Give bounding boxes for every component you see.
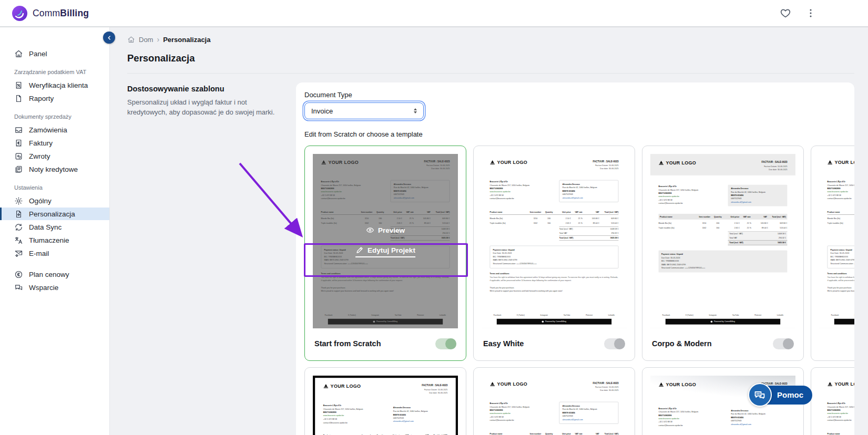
invoice-header: YOUR LOGO FACTUUR : SALE-0023 Factuur Da… <box>650 154 795 175</box>
commbilling-dot-icon <box>542 320 544 323</box>
toggle-knob <box>445 338 456 349</box>
triangle-logo-icon <box>828 160 833 164</box>
template-card-easy-white[interactable]: YOUR LOGO FACTUUR : SALE-0023 Factuur Da… <box>473 146 635 361</box>
brand-logo[interactable]: CommBilling <box>12 5 89 22</box>
invoice-social-links: Facebook X (Twitter) Instagram YouTube P… <box>828 314 854 316</box>
sidebar-collapse-button[interactable] <box>103 32 115 44</box>
invoice-parties: Brasserie L'Épi d'Or Chaussée de Wavre 2… <box>659 185 788 206</box>
home-icon <box>14 49 23 58</box>
col-header: VAT <box>583 433 599 435</box>
sidebar-item-tlumaczenie[interactable]: Tłumaczenie <box>0 234 109 246</box>
invoice-totals: Total (excl. VAT)1408.58 € Total VAT294.… <box>728 231 788 245</box>
eye-icon <box>366 226 374 234</box>
sidebar-item-data-sync[interactable]: Data Sync <box>0 221 109 233</box>
sidebar-item-panel[interactable]: Panel <box>0 47 109 60</box>
invoice-table-row: Blonde Bio (6x) 1150 240 2.10 € 21 % 105… <box>490 215 619 221</box>
sidebar-item-faktury[interactable]: Faktury <box>0 137 109 149</box>
cell: Blonde Bio (6x) <box>828 218 854 220</box>
spacer <box>828 293 854 314</box>
sidebar-item-personalizacja[interactable]: Personalizacja <box>0 208 109 220</box>
invoice-preview-document: YOUR LOGO FACTUUR : SALE-0023 Factuur Da… <box>313 376 458 435</box>
cell: 240 <box>711 222 724 224</box>
invoice-thanks: Thank you for your purchase. We're proud… <box>490 286 619 293</box>
help-button[interactable]: Pomoc <box>748 383 812 407</box>
breadcrumb-home-icon[interactable] <box>127 36 135 44</box>
template-card-start-from-scratch[interactable]: YOUR LOGO FACTUUR : SALE-0023 Factuur Da… <box>304 146 466 361</box>
invoice-parties: Brasserie L'Épi d'Or Chaussée de Wavre 2… <box>659 407 788 428</box>
invoice-header: YOUR LOGO FACTUUR : SALE-0023 Factuur Da… <box>323 384 447 395</box>
seller-email: contact@brasserie-epidor.be <box>490 419 554 422</box>
sidebar-section-settings: Ustawienia <box>0 184 109 191</box>
buyer-email: alexandra.d@gmail.com <box>563 196 616 200</box>
sidebar-item-wsparcie[interactable]: Wsparcie <box>0 281 109 294</box>
template-cards-row-1: YOUR LOGO FACTUUR : SALE-0023 Factuur Da… <box>304 146 846 361</box>
invoice-table: Product name Item number Quantity Unit p… <box>659 214 788 245</box>
invoice-table-header: Product name Item number Quantity Unit p… <box>828 431 854 435</box>
cell: 21 % <box>571 218 583 220</box>
triangle-logo-icon <box>659 161 664 165</box>
template-toggle-easy-white[interactable] <box>604 338 625 349</box>
template-card-plain[interactable]: YOUR LOGO FACTUUR : SALE-0023 Factuur Da… <box>473 367 635 435</box>
doc-gear-icon <box>14 210 23 219</box>
invoice-seller: Brasserie L'Épi d'Or Chaussée de Wavre 2… <box>828 180 854 202</box>
invoice-buyer: Alexandra Dessaux Rue du Marché 42, 1060… <box>390 404 447 426</box>
template-name: Start from Scratch <box>314 339 381 348</box>
invoice-buyer: Alexandra Dessaux Rue du Marché 42, 1060… <box>559 402 619 424</box>
sidebar-item-plan-cenowy[interactable]: Plan cenowy <box>0 268 109 281</box>
template-card-partial[interactable]: YOUR LOGO FACTUUR : SALE-0023 Factuur Da… <box>811 146 854 361</box>
template-toggle-start-from-scratch[interactable] <box>435 338 456 349</box>
sidebar-item-zwroty[interactable]: Zwroty <box>0 150 109 162</box>
template-card-black-frame[interactable]: YOUR LOGO FACTUUR : SALE-0023 Factuur Da… <box>304 367 466 435</box>
sidebar-item-zamowienia[interactable]: Zamówienia <box>0 123 109 136</box>
invoice-meta: FACTUUR : SALE-0023 Factuur Datum: 10-06… <box>593 381 618 392</box>
sidebar-item-noty-kredytowe[interactable]: Noty kredytowe <box>0 163 109 175</box>
template-card-partial[interactable]: YOUR LOGO FACTUUR : SALE-0023 Factuur Da… <box>811 367 854 435</box>
invoice-number: FACTUUR : SALE-0023 <box>593 160 618 164</box>
invoice-table-row: Blonde Bio (6x) 1150 240 2.10 € 21 % 105… <box>659 220 788 225</box>
cell: 105.84 € <box>751 222 768 224</box>
pencil-icon <box>355 246 364 254</box>
col-header: VAT <box>751 216 767 218</box>
cell: 513.04 € <box>599 222 619 224</box>
invoice-preview-document: YOUR LOGO FACTUUR : SALE-0023 Factuur Da… <box>819 154 854 328</box>
intro-description: Spersonalizuj układ i wygląd faktur i no… <box>127 98 285 118</box>
template-thumbnail: YOUR LOGO FACTUUR : SALE-0023 Factuur Da… <box>482 154 627 328</box>
cell: Blonde Bio (6x) <box>490 218 528 220</box>
sidebar-item-ogolny[interactable]: Ogólny <box>0 194 109 207</box>
sidebar-item-raporty[interactable]: Raporty <box>0 92 109 105</box>
cell: 2.65 € <box>555 222 570 224</box>
commbilling-logo-icon <box>12 5 28 22</box>
document-type-select[interactable]: Invoice <box>304 102 424 119</box>
buyer-email: alexandra.d@gmail.com <box>731 201 784 204</box>
template-panel: Document Type Invoice Edit from Scratch … <box>296 82 854 435</box>
template-card-corpo-modern[interactable]: YOUR LOGO FACTUUR : SALE-0023 Factuur Da… <box>642 146 804 361</box>
cell: Triple troublée (6x) <box>828 222 854 224</box>
invoice-parties: Brasserie L'Épi d'Or Chaussée de Wavre 2… <box>490 402 619 424</box>
invoice-logo-text: YOUR LOGO <box>497 160 527 165</box>
cell: 89.04 € <box>751 227 768 229</box>
cell: Triple troublée (6x) <box>490 222 528 224</box>
sidebar-item-email[interactable]: E-mail <box>0 247 109 260</box>
total-row: Total (excl. VAT)1408.58 € <box>728 232 788 236</box>
cell: 21 % <box>740 227 751 229</box>
favorites-heart-icon[interactable] <box>780 7 791 19</box>
invoice-parties: Brasserie L'Épi d'Or Chaussée de Wavre 2… <box>490 180 619 202</box>
invoice-meta: FACTUUR : SALE-0023 Factuur Datum: 10-06… <box>761 160 787 171</box>
cell: 160 <box>543 222 555 224</box>
hover-overlay: Preview Edytuj Projekt <box>313 154 458 328</box>
triangle-logo-icon <box>828 381 833 386</box>
kebab-menu-icon[interactable] <box>805 7 816 19</box>
edit-design-button[interactable]: Edytuj Projekt <box>355 246 415 257</box>
select-updown-icon <box>414 108 417 113</box>
buyer-email: alexandra.d@gmail.com <box>731 423 784 426</box>
invoice-preview-document: YOUR LOGO FACTUUR : SALE-0023 Factuur Da… <box>482 376 627 435</box>
preview-button[interactable]: Preview <box>366 226 405 234</box>
template-toggle-corpo-modern[interactable] <box>773 338 794 349</box>
invoice-thanks: Thank you for your purchase. We're proud… <box>828 286 854 293</box>
breadcrumb-home[interactable]: Dom <box>139 36 153 44</box>
topbar: CommBilling <box>0 0 868 27</box>
sidebar-item-weryfikacja-klienta[interactable]: Weryfikacja klienta <box>0 79 109 91</box>
gear-icon <box>14 196 23 205</box>
invoice-number: FACTUUR : SALE-0023 <box>422 384 447 388</box>
cell: 1162 <box>697 227 711 229</box>
